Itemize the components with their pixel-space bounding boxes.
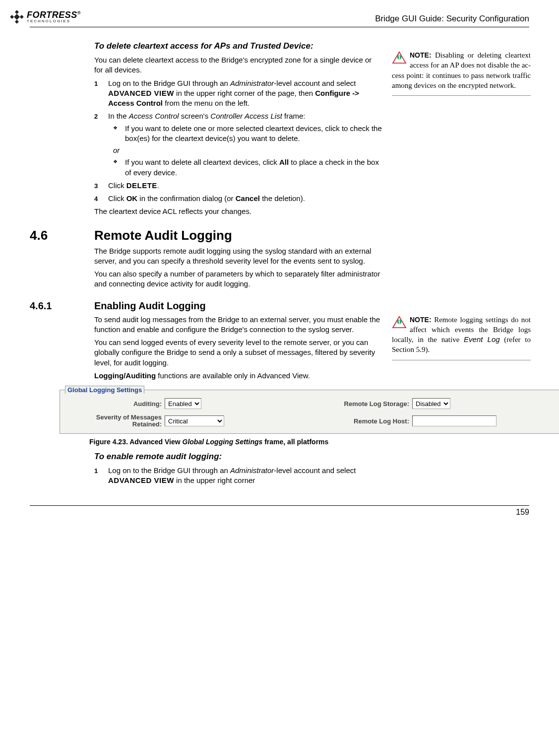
panel-title: Global Logging Settings xyxy=(65,386,144,394)
sec461-p3: Logging/Auditing functions are available… xyxy=(94,371,382,381)
proc1-step-3: Click DELETE. xyxy=(94,181,382,191)
proc1-step-2: In the Access Control screen's Controlle… xyxy=(94,111,382,178)
sec461-p2: You can send logged events of every seve… xyxy=(94,338,382,368)
svg-rect-3 xyxy=(20,15,24,19)
proc1-sub-1: If you want to delete one or more select… xyxy=(113,124,382,144)
brand-logo: FORTRESS® TECHNOLOGIES xyxy=(10,10,81,24)
proc2-step-1: Log on to the Bridge GUI through an Admi… xyxy=(94,466,382,486)
page-number: 159 xyxy=(516,508,529,516)
note-label: NOTE: xyxy=(410,316,432,324)
procedure-heading-enable-remote-audit: To enable remote audit logging: xyxy=(94,452,382,462)
auditing-select[interactable]: Enabled xyxy=(165,398,201,409)
auditing-label: Auditing: xyxy=(65,400,165,408)
svg-rect-7 xyxy=(399,56,400,59)
svg-rect-8 xyxy=(399,55,400,56)
section-title: Remote Audit Logging xyxy=(94,228,232,243)
section-title: Enabling Audit Logging xyxy=(94,300,206,312)
global-logging-settings-panel: Global Logging Settings Auditing: Enable… xyxy=(60,390,559,434)
svg-rect-0 xyxy=(15,10,19,14)
logo-icon xyxy=(10,10,24,24)
note-label: NOTE: xyxy=(410,51,432,59)
procedure-heading-delete-cleartext: To delete cleartext access for APs and T… xyxy=(94,41,382,51)
page-header: FORTRESS® TECHNOLOGIES Bridge GUI Guide:… xyxy=(30,10,529,27)
warning-info-icon xyxy=(392,51,407,64)
sec46-p2: You can also specify a number of paramet… xyxy=(94,269,382,289)
page-footer: 159 xyxy=(30,505,529,517)
svg-rect-11 xyxy=(399,320,400,324)
remote-log-host-input[interactable] xyxy=(412,415,497,426)
brand-subtitle: TECHNOLOGIES xyxy=(27,19,81,23)
remote-log-host-label: Remote Log Host: xyxy=(312,417,412,425)
section-4-6-heading: 4.6 Remote Audit Logging xyxy=(30,228,529,243)
proc1-outro: The cleartext device ACL reflects your c… xyxy=(94,206,382,216)
svg-rect-1 xyxy=(15,20,19,24)
brand-name: FORTRESS xyxy=(27,10,77,20)
svg-rect-4 xyxy=(14,14,20,20)
doc-title: Bridge GUI Guide: Security Configuration xyxy=(375,14,529,24)
svg-rect-12 xyxy=(399,319,400,320)
sec461-p1: To send audit log messages from the Brid… xyxy=(94,315,382,335)
proc2-steps: Log on to the Bridge GUI through an Admi… xyxy=(94,466,382,486)
note-eventlog: Event Log xyxy=(464,335,500,344)
warning-info-icon xyxy=(392,316,407,329)
proc1-or: or xyxy=(113,145,382,155)
severity-label: Severity of Messages Retained: xyxy=(65,414,165,428)
proc1-sub-2: If you want to delete all cleartext devi… xyxy=(113,157,382,178)
note-remote-logging: NOTE: Remote log­ging settings do not af… xyxy=(392,315,531,360)
proc1-step-4: Click OK in the confirmation dialog (or … xyxy=(94,194,382,204)
section-4-6-1-heading: 4.6.1 Enabling Audit Logging xyxy=(30,300,529,312)
figure-caption: Figure 4.23. Advanced View Global Loggin… xyxy=(89,438,529,446)
proc1-intro: You can delete cleartext access to the B… xyxy=(94,55,382,75)
remote-log-storage-select[interactable]: Disabled xyxy=(412,398,450,409)
severity-select[interactable]: Critical xyxy=(165,415,224,426)
proc1-step-1: Log on to the Bridge GUI through an Admi… xyxy=(94,78,382,109)
brand-registered: ® xyxy=(77,10,81,15)
proc1-steps: Log on to the Bridge GUI through an Admi… xyxy=(94,78,382,204)
sec46-p1: The Bridge supports remote audit logging… xyxy=(94,246,382,267)
svg-rect-2 xyxy=(10,15,14,19)
section-number: 4.6.1 xyxy=(30,300,94,312)
note-disabling-cleartext: NOTE: Disabling or deleting cleart­ext a… xyxy=(392,50,531,96)
remote-log-storage-label: Remote Log Storage: xyxy=(312,400,412,408)
section-number: 4.6 xyxy=(30,228,94,243)
